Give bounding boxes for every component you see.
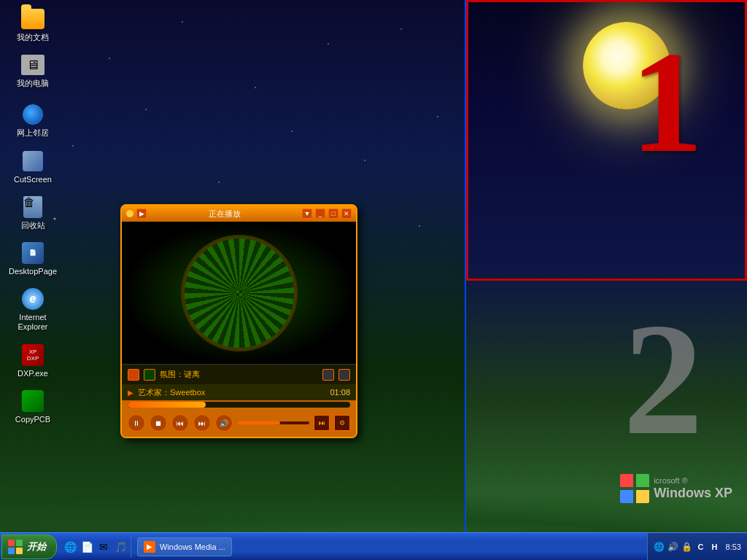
tray-icon-security[interactable]: 🔒 [681,541,693,553]
icon-ie[interactable]: e Internet Explorer [7,287,58,332]
winxp-line2: Windows XP [654,486,732,502]
winxp-line1: icrosoft ® [654,476,732,486]
wmp-next-btn[interactable]: ⏭ [193,414,211,432]
wmp-info-text: 氛围：谜离 [160,369,318,380]
start-label: 开始 [27,540,46,553]
tray-icon-network[interactable]: 🌐 [654,541,665,553]
copypcb-icon [21,389,44,413]
taskbar-wmp-icon: ▶ [144,541,155,553]
taskbar-items: ▶ Windows Media ... [134,537,647,556]
icon-copypcb[interactable]: CopyPCB [7,389,58,424]
taskbar: 开始 🌐 📄 ✉ 🎵 ▶ Windows Media ... 🌐 🔊 🔒 C H… [0,532,747,560]
tray-time: 8:53 [726,542,741,551]
icon-label-network: 网上邻居 [17,128,49,138]
taskbar-wmp-label: Windows Media ... [160,542,225,551]
wmp-menu-btn[interactable]: ▶ [136,209,147,219]
icon-label-desktoppage: DesktopPage [9,267,57,276]
start-flag-icon [8,540,23,554]
wmp-playlist-btn[interactable] [338,369,350,381]
wmp-visualizer [181,235,298,351]
wmp-play-icon: ▶ [128,389,133,397]
winxp-text: icrosoft ® Windows XP [654,476,732,502]
wmp-pause-btn[interactable]: ⏸ [128,414,145,432]
wmp-minimize-btn[interactable]: _ [315,209,325,219]
wmp-close-btn[interactable]: ✕ [341,209,352,219]
wmp-vis-icon2[interactable] [144,369,155,381]
number-2: 2 [623,299,703,459]
wmp-extra-btn2[interactable]: ⚙ [334,415,350,431]
wmp-restore-btn[interactable]: □ [328,209,338,219]
icon-dxp[interactable]: XPDXP DXP.exe [7,343,58,378]
icon-label-dxp: DXP.exe [18,369,48,378]
desktop-icons: 我的文档 🖥 我的电脑 网上邻居 CutScreen 🗑 [7,7,58,424]
wmp-prev-btn[interactable]: ⏮ [171,414,189,432]
tray-icon-c[interactable]: C [695,541,707,553]
wmp-player-window: ▶ 正在播放 ▼ _ □ ✕ 氛围：谜离 ▶ 艺术家：Sweetbox 01:0… [120,204,357,438]
ql-media-icon[interactable]: 🎵 [113,540,128,554]
icon-label-recycle: 回收站 [21,221,45,230]
taskbar-wmp-item[interactable]: ▶ Windows Media ... [137,537,232,556]
winxp-flag-icon [620,474,649,503]
ql-email-icon[interactable]: ✉ [96,540,111,554]
icon-desktoppage[interactable]: 📄 DesktopPage [7,241,58,276]
start-button[interactable]: 开始 [1,534,57,559]
wmp-dropdown-btn[interactable]: ▼ [302,209,312,219]
wmp-visualizer-container [122,222,356,364]
tray-icon-sound[interactable]: 🔊 [667,541,679,553]
folder-icon [21,7,44,31]
wmp-progress-fill [128,402,206,408]
right-monitor: 1 2 icrosoft ® Windows XP [466,0,747,532]
computer-icon: 🖥 [21,53,44,77]
icon-my-computer[interactable]: 🖥 我的电脑 [7,53,58,88]
wmp-volume-btn[interactable]: 🔊 [215,414,233,432]
wmp-time-display: 01:08 [330,388,350,397]
icon-cutscreen[interactable]: CutScreen [7,149,58,184]
wmp-info-bar: 氛围：谜离 [122,364,356,384]
number-1: 1 [630,29,703,175]
wmp-vis-icon1[interactable] [128,369,139,381]
wmp-volume-slider[interactable] [237,421,309,424]
dxp-icon: XPDXP [21,343,44,367]
desktoppage-icon: 📄 [21,241,44,265]
system-tray: 🌐 🔊 🔒 C H 8:53 [647,533,747,560]
wmp-volume-fill [237,421,280,424]
winxp-logo: icrosoft ® Windows XP [620,474,732,503]
wmp-title-text: 正在播放 [150,209,299,219]
cutscreen-icon [21,149,44,173]
wmp-stop-btn[interactable]: ⏹ [150,414,167,432]
wmp-extra-btn1[interactable]: ⏭ [314,415,330,431]
icon-my-documents[interactable]: 我的文档 [7,7,58,42]
icon-label-ie: Internet Explorer [7,313,58,332]
icon-label-copypcb: CopyPCB [15,415,50,424]
network-icon [21,103,44,126]
icon-recycle[interactable]: 🗑 回收站 [7,195,58,230]
wmp-progress-bar[interactable] [128,402,350,408]
quick-launch: 🌐 📄 ✉ 🎵 [60,536,131,558]
wmp-eq-btn[interactable] [322,369,334,381]
wmp-video-area [122,222,356,364]
recycle-icon: 🗑 [21,195,44,219]
wmp-controls: ⏸ ⏹ ⏮ ⏭ 🔊 ⏭ ⚙ [122,409,356,437]
icon-network[interactable]: 网上邻居 [7,103,58,138]
icon-label-my-documents: 我的文档 [17,33,49,42]
tray-icon-h[interactable]: H [709,541,721,553]
desktop: 1 2 icrosoft ® Windows XP 我的文档 [0,0,747,532]
icon-label-my-computer: 我的电脑 [17,79,49,88]
wmp-title-dot [126,210,133,217]
ie-icon: e [21,287,44,311]
wmp-now-playing: ▶ 艺术家：Sweetbox 01:08 [122,384,356,400]
moon-box [466,0,747,281]
icon-label-cutscreen: CutScreen [14,175,52,184]
wmp-artist-text: 艺术家：Sweetbox [138,387,325,398]
ql-page-icon[interactable]: 📄 [80,540,94,554]
ql-browser-icon[interactable]: 🌐 [63,540,77,554]
wmp-titlebar: ▶ 正在播放 ▼ _ □ ✕ [122,206,356,222]
